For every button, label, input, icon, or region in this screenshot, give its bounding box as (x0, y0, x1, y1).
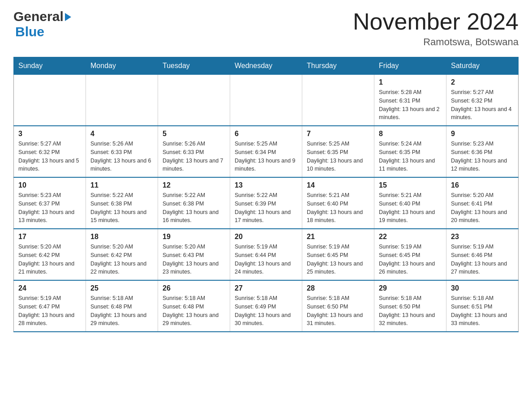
day-number: 13 (235, 181, 297, 189)
day-number: 25 (90, 284, 153, 292)
day-info: Sunrise: 5:20 AM Sunset: 6:43 PM Dayligh… (163, 243, 225, 276)
day-info: Sunrise: 5:22 AM Sunset: 6:38 PM Dayligh… (163, 191, 225, 225)
day-info: Sunrise: 5:19 AM Sunset: 6:46 PM Dayligh… (451, 243, 514, 276)
logo-blue-text: Blue (15, 24, 44, 39)
calendar-cell: 8Sunrise: 5:24 AM Sunset: 6:35 PM Daylig… (374, 126, 446, 177)
day-info: Sunrise: 5:25 AM Sunset: 6:34 PM Dayligh… (235, 140, 297, 173)
day-number: 28 (307, 284, 369, 292)
day-info: Sunrise: 5:19 AM Sunset: 6:45 PM Dayligh… (379, 243, 442, 276)
day-number: 2 (451, 78, 514, 86)
day-info: Sunrise: 5:18 AM Sunset: 6:50 PM Dayligh… (379, 294, 442, 328)
calendar-cell: 18Sunrise: 5:20 AM Sunset: 6:42 PM Dayli… (86, 229, 158, 280)
calendar-week-row: 10Sunrise: 5:23 AM Sunset: 6:37 PM Dayli… (14, 177, 519, 229)
calendar-cell: 3Sunrise: 5:27 AM Sunset: 6:32 PM Daylig… (14, 126, 86, 177)
calendar-cell: 30Sunrise: 5:18 AM Sunset: 6:51 PM Dayli… (446, 280, 519, 332)
calendar-cell: 23Sunrise: 5:19 AM Sunset: 6:46 PM Dayli… (446, 229, 519, 280)
day-number: 15 (379, 181, 442, 189)
weekday-header-monday: Monday (86, 57, 158, 75)
day-number: 1 (379, 78, 442, 86)
day-number: 4 (90, 130, 153, 138)
weekday-header-tuesday: Tuesday (158, 57, 230, 75)
calendar-cell: 12Sunrise: 5:22 AM Sunset: 6:38 PM Dayli… (158, 177, 230, 229)
calendar-cell: 15Sunrise: 5:21 AM Sunset: 6:40 PM Dayli… (374, 177, 446, 229)
calendar-week-row: 3Sunrise: 5:27 AM Sunset: 6:32 PM Daylig… (14, 126, 519, 177)
day-info: Sunrise: 5:18 AM Sunset: 6:51 PM Dayligh… (451, 294, 514, 328)
calendar-cell: 25Sunrise: 5:18 AM Sunset: 6:48 PM Dayli… (86, 280, 158, 332)
calendar-cell: 1Sunrise: 5:28 AM Sunset: 6:31 PM Daylig… (374, 75, 446, 126)
day-info: Sunrise: 5:21 AM Sunset: 6:40 PM Dayligh… (379, 191, 442, 225)
day-info: Sunrise: 5:20 AM Sunset: 6:42 PM Dayligh… (90, 243, 153, 276)
weekday-header-wednesday: Wednesday (230, 57, 302, 75)
weekday-header-friday: Friday (374, 57, 446, 75)
day-number: 16 (451, 181, 514, 189)
day-number: 3 (18, 130, 81, 138)
calendar-cell: 11Sunrise: 5:22 AM Sunset: 6:38 PM Dayli… (86, 177, 158, 229)
day-number: 9 (451, 130, 514, 138)
logo: General Blue (13, 9, 71, 39)
calendar-cell: 26Sunrise: 5:18 AM Sunset: 6:48 PM Dayli… (158, 280, 230, 332)
calendar-cell: 4Sunrise: 5:26 AM Sunset: 6:33 PM Daylig… (86, 126, 158, 177)
day-info: Sunrise: 5:18 AM Sunset: 6:50 PM Dayligh… (307, 294, 369, 328)
day-number: 7 (307, 130, 369, 138)
day-info: Sunrise: 5:18 AM Sunset: 6:48 PM Dayligh… (163, 294, 225, 328)
day-number: 17 (18, 233, 81, 241)
day-number: 5 (163, 130, 225, 138)
day-info: Sunrise: 5:28 AM Sunset: 6:31 PM Dayligh… (379, 88, 442, 122)
day-info: Sunrise: 5:26 AM Sunset: 6:33 PM Dayligh… (90, 140, 153, 173)
day-number: 8 (379, 130, 442, 138)
calendar-cell (302, 75, 374, 126)
title-block: November 2024 Ramotswa, Botswana (353, 9, 519, 48)
calendar-week-row: 17Sunrise: 5:20 AM Sunset: 6:42 PM Dayli… (14, 229, 519, 280)
logo-general-text: General (13, 9, 64, 24)
calendar-cell (14, 75, 86, 126)
day-number: 29 (379, 284, 442, 292)
day-number: 26 (163, 284, 225, 292)
weekday-header-sunday: Sunday (14, 57, 86, 75)
weekday-header-saturday: Saturday (446, 57, 519, 75)
page-subtitle: Ramotswa, Botswana (353, 36, 519, 48)
day-info: Sunrise: 5:22 AM Sunset: 6:38 PM Dayligh… (90, 191, 153, 225)
logo-arrow-icon (65, 13, 71, 21)
day-info: Sunrise: 5:26 AM Sunset: 6:33 PM Dayligh… (163, 140, 225, 173)
day-number: 14 (307, 181, 369, 189)
calendar-cell: 27Sunrise: 5:18 AM Sunset: 6:49 PM Dayli… (230, 280, 302, 332)
day-number: 21 (307, 233, 369, 241)
day-number: 12 (163, 181, 225, 189)
day-info: Sunrise: 5:20 AM Sunset: 6:41 PM Dayligh… (451, 191, 514, 225)
day-info: Sunrise: 5:24 AM Sunset: 6:35 PM Dayligh… (379, 140, 442, 173)
day-number: 10 (18, 181, 81, 189)
weekday-header-thursday: Thursday (302, 57, 374, 75)
day-number: 27 (235, 284, 297, 292)
day-info: Sunrise: 5:23 AM Sunset: 6:36 PM Dayligh… (451, 140, 514, 173)
calendar-week-row: 1Sunrise: 5:28 AM Sunset: 6:31 PM Daylig… (14, 75, 519, 126)
calendar-week-row: 24Sunrise: 5:19 AM Sunset: 6:47 PM Dayli… (14, 280, 519, 332)
day-number: 24 (18, 284, 81, 292)
day-info: Sunrise: 5:21 AM Sunset: 6:40 PM Dayligh… (307, 191, 369, 225)
calendar-cell: 17Sunrise: 5:20 AM Sunset: 6:42 PM Dayli… (14, 229, 86, 280)
calendar-cell (230, 75, 302, 126)
calendar-cell: 2Sunrise: 5:27 AM Sunset: 6:32 PM Daylig… (446, 75, 519, 126)
day-info: Sunrise: 5:18 AM Sunset: 6:49 PM Dayligh… (235, 294, 297, 328)
calendar-cell (158, 75, 230, 126)
day-info: Sunrise: 5:19 AM Sunset: 6:44 PM Dayligh… (235, 243, 297, 276)
calendar-cell: 21Sunrise: 5:19 AM Sunset: 6:45 PM Dayli… (302, 229, 374, 280)
day-info: Sunrise: 5:27 AM Sunset: 6:32 PM Dayligh… (451, 88, 514, 122)
day-info: Sunrise: 5:19 AM Sunset: 6:45 PM Dayligh… (307, 243, 369, 276)
calendar-cell: 29Sunrise: 5:18 AM Sunset: 6:50 PM Dayli… (374, 280, 446, 332)
day-number: 19 (163, 233, 225, 241)
day-number: 23 (451, 233, 514, 241)
calendar-cell: 9Sunrise: 5:23 AM Sunset: 6:36 PM Daylig… (446, 126, 519, 177)
day-info: Sunrise: 5:22 AM Sunset: 6:39 PM Dayligh… (235, 191, 297, 225)
calendar-table: SundayMondayTuesdayWednesdayThursdayFrid… (13, 57, 519, 332)
day-info: Sunrise: 5:27 AM Sunset: 6:32 PM Dayligh… (18, 140, 81, 173)
day-number: 20 (235, 233, 297, 241)
calendar-cell: 6Sunrise: 5:25 AM Sunset: 6:34 PM Daylig… (230, 126, 302, 177)
page-header: General Blue November 2024 Ramotswa, Bot… (13, 9, 519, 48)
day-info: Sunrise: 5:19 AM Sunset: 6:47 PM Dayligh… (18, 294, 81, 328)
calendar-cell: 10Sunrise: 5:23 AM Sunset: 6:37 PM Dayli… (14, 177, 86, 229)
calendar-cell: 13Sunrise: 5:22 AM Sunset: 6:39 PM Dayli… (230, 177, 302, 229)
calendar-cell: 20Sunrise: 5:19 AM Sunset: 6:44 PM Dayli… (230, 229, 302, 280)
day-info: Sunrise: 5:20 AM Sunset: 6:42 PM Dayligh… (18, 243, 81, 276)
day-info: Sunrise: 5:25 AM Sunset: 6:35 PM Dayligh… (307, 140, 369, 173)
day-number: 18 (90, 233, 153, 241)
